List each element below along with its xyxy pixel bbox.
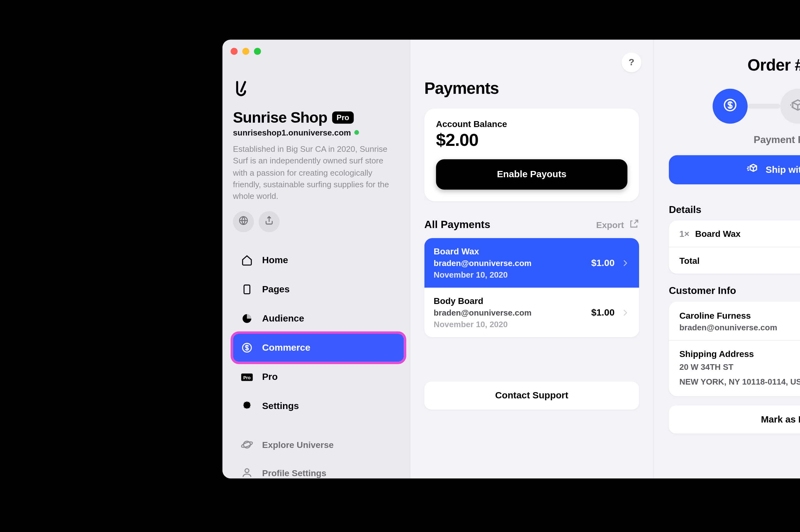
- pro-icon: Pro: [241, 372, 252, 383]
- svg-point-7: [241, 441, 252, 449]
- balance-amount: $2.00: [436, 130, 627, 150]
- commerce-icon: [241, 342, 252, 354]
- sidebar-item-home[interactable]: Home: [233, 247, 404, 274]
- ship-label: Ship with Universe: [765, 165, 800, 175]
- payment-row[interactable]: Board Wax braden@onuniverse.com November…: [424, 238, 639, 288]
- all-payments-label: All Payments: [424, 219, 490, 231]
- share-icon: [264, 215, 274, 228]
- payment-amount: $1.00: [591, 307, 614, 318]
- payment-date: November 10, 2020: [434, 320, 531, 329]
- share-button[interactable]: [259, 211, 280, 232]
- sidebar-item-label: Home: [262, 255, 288, 266]
- details-card: 1× Board Wax $1.00 Total $1.00: [669, 221, 800, 273]
- ship-button[interactable]: Ship with Universe: [669, 155, 800, 185]
- settings-icon: [241, 401, 252, 412]
- sidebar: Sunrise Shop Pro sunriseshop1.onuniverse…: [223, 39, 411, 478]
- home-icon: [241, 255, 252, 266]
- step-shipping: [780, 89, 800, 124]
- help-icon: ?: [628, 57, 634, 68]
- window-controls: [231, 48, 261, 55]
- payments-list: Board Wax braden@onuniverse.com November…: [424, 238, 639, 337]
- dollar-icon: [722, 98, 737, 115]
- sidebar-item-audience[interactable]: Audience: [233, 305, 404, 333]
- fullscreen-window-button[interactable]: [254, 48, 261, 55]
- sidebar-item-settings[interactable]: Settings: [233, 393, 404, 420]
- total-row: Total $1.00: [669, 247, 800, 274]
- ship-icon: [746, 162, 759, 177]
- sidebar-item-label: Pro: [262, 372, 278, 382]
- payment-email: braden@onuniverse.com: [434, 259, 531, 268]
- payment-title: Board Wax: [434, 246, 531, 256]
- details-label: Details: [669, 204, 800, 216]
- pro-badge: Pro: [331, 111, 354, 124]
- payment-email: braden@onuniverse.com: [434, 308, 531, 318]
- line-item-name: Board Wax: [695, 229, 740, 239]
- sidebar-item-label: Profile Settings: [262, 468, 326, 478]
- line-item-qty: 1×: [679, 229, 689, 239]
- sidebar-item-label: Settings: [262, 401, 299, 412]
- export-icon: [628, 219, 639, 231]
- globe-icon: [238, 215, 248, 228]
- audience-icon: [241, 313, 252, 325]
- pages-icon: [241, 284, 252, 296]
- sidebar-item-profile[interactable]: Profile Settings: [233, 460, 404, 479]
- chevron-right-icon: [620, 258, 630, 268]
- close-window-button[interactable]: [231, 48, 237, 55]
- sidebar-item-label: Pages: [262, 285, 290, 295]
- sidebar-item-label: Explore Universe: [262, 440, 334, 450]
- sidebar-item-pages[interactable]: Pages: [233, 276, 404, 304]
- shipping-label: Shipping Address: [679, 349, 800, 359]
- total-label: Total: [679, 255, 700, 266]
- status-dot-icon: [354, 130, 359, 135]
- open-site-button[interactable]: [233, 211, 254, 232]
- planet-icon: [241, 439, 252, 451]
- customer-info-label: Customer Info: [669, 285, 800, 297]
- customer-name: Caroline Furness: [679, 310, 777, 320]
- customer-card: Caroline Furness braden@onuniverse.com S…: [669, 302, 800, 396]
- order-steps: [669, 89, 800, 124]
- enable-payouts-button[interactable]: Enable Payouts: [436, 159, 627, 190]
- svg-point-8: [245, 469, 248, 473]
- order-detail-panel: Order #12438 Payment Received: [653, 39, 800, 478]
- balance-label: Account Balance: [436, 119, 627, 129]
- payments-heading: Payments: [424, 79, 639, 98]
- order-heading: Order #12438: [669, 56, 800, 75]
- step-rail: [747, 104, 780, 109]
- export-label: Export: [596, 220, 624, 230]
- shipping-line2: NEW YORK, NY 10118-0114, US: [679, 376, 800, 388]
- payment-title: Body Board: [434, 296, 531, 306]
- help-button[interactable]: ?: [622, 52, 641, 72]
- payment-date: November 10, 2020: [434, 270, 531, 280]
- box-icon: [789, 98, 800, 115]
- payment-row[interactable]: Body Board braden@onuniverse.com Novembe…: [424, 288, 639, 337]
- shipping-row: Shipping Address 20 W 34TH ST NEW YORK, …: [669, 341, 800, 396]
- app-window: Sunrise Shop Pro sunriseshop1.onuniverse…: [223, 39, 800, 478]
- payment-amount: $1.00: [591, 258, 614, 268]
- order-status: Payment Received: [669, 134, 800, 146]
- export-button[interactable]: Export: [596, 219, 639, 231]
- balance-card: Account Balance $2.00 Enable Payouts: [424, 109, 639, 202]
- site-title: Sunrise Shop: [233, 109, 327, 127]
- customer-email: braden@onuniverse.com: [679, 322, 777, 332]
- shipping-line1: 20 W 34TH ST: [679, 361, 800, 373]
- contact-support-button[interactable]: Contact Support: [424, 381, 639, 410]
- sidebar-item-commerce[interactable]: Commerce: [233, 334, 404, 362]
- app-logo: [233, 79, 404, 102]
- customer-row: Caroline Furness braden@onuniverse.com: [669, 302, 800, 340]
- payments-panel: ? Payments Account Balance $2.00 Enable …: [410, 39, 653, 478]
- line-item: 1× Board Wax $1.00: [669, 221, 800, 247]
- minimize-window-button[interactable]: [242, 48, 249, 55]
- site-domain[interactable]: sunriseshop1.onuniverse.com: [233, 128, 351, 137]
- sidebar-item-label: Audience: [262, 314, 304, 324]
- person-icon: [241, 467, 252, 478]
- step-payment: [712, 89, 747, 124]
- sidebar-item-label: Commerce: [262, 343, 310, 353]
- sidebar-item-explore[interactable]: Explore Universe: [233, 432, 404, 458]
- svg-text:Pro: Pro: [243, 375, 250, 380]
- svg-rect-1: [244, 285, 250, 294]
- site-description: Established in Big Sur CA in 2020, Sunri…: [233, 143, 396, 202]
- chevron-right-icon: [620, 308, 630, 317]
- mark-fulfilled-button[interactable]: Mark as Fulfilled: [669, 405, 800, 434]
- sidebar-item-pro[interactable]: Pro Pro: [233, 363, 404, 391]
